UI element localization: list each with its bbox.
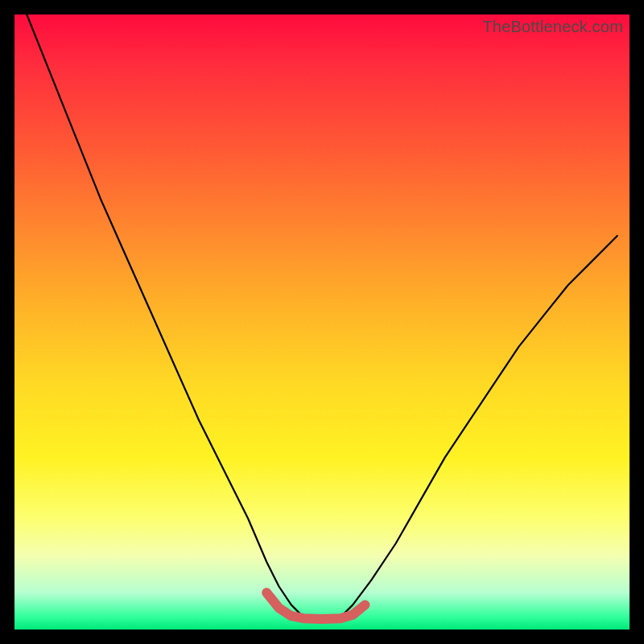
bottleneck-chart-svg	[14, 14, 630, 630]
valley-highlight-path	[266, 592, 365, 619]
bottleneck-curve-path	[27, 14, 617, 621]
chart-frame: TheBottleneck.com	[0, 0, 644, 644]
plot-area: TheBottleneck.com	[14, 14, 630, 630]
